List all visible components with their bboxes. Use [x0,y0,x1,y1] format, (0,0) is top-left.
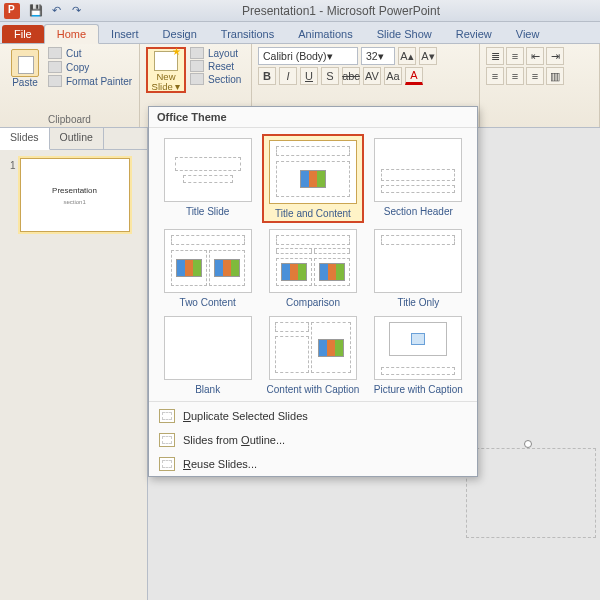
reset-icon [190,60,204,72]
layout-thumb [269,316,357,380]
layout-label: Title Slide [159,206,256,217]
resize-handle[interactable] [524,440,532,448]
char-spacing-button[interactable]: AV [363,67,381,85]
layout-title-only[interactable]: Title Only [368,225,469,310]
layout-button[interactable]: Layout [190,47,241,59]
font-name-combo[interactable]: Calibri (Body) ▾ [258,47,358,65]
layout-content-with-caption[interactable]: Content with Caption [262,312,363,397]
copy-button[interactable]: Copy [48,61,132,73]
layout-title-slide[interactable]: Title Slide [157,134,258,223]
copy-icon [48,61,62,73]
quick-access-toolbar: 💾 ↶ ↷ Presentation1 - Microsoft PowerPoi… [0,0,600,22]
layout-thumb [269,229,357,293]
window-title: Presentation1 - Microsoft PowerPoint [86,4,596,18]
layout-thumb [164,138,252,202]
reset-button[interactable]: Reset [190,60,241,72]
content-icon [319,263,345,281]
layout-label: Section Header [370,206,467,217]
cmd-label: Duplicate Selected Slides [183,410,308,422]
layout-thumb [269,140,357,204]
tab-slideshow[interactable]: Slide Show [365,25,444,43]
group-paragraph: ≣ ≡ ⇤ ⇥ ≡ ≡ ≡ ▥ [480,44,600,127]
grow-font-button[interactable]: A▴ [398,47,416,65]
dropdown-header: Office Theme [149,107,477,128]
qat-save-icon[interactable]: 💾 [26,2,46,20]
tab-animations[interactable]: Animations [286,25,364,43]
new-slide-dropdown: Office Theme Title Slide Title and Conte… [148,106,478,477]
content-icon [176,259,202,277]
layout-gallery: Title Slide Title and Content Section He… [149,128,477,399]
layout-comparison[interactable]: Comparison [262,225,363,310]
slide-thumb-sub: section1 [63,199,85,205]
slides-pane: Slides Outline 1 Presentation section1 [0,128,148,600]
duplicate-icon [159,409,175,423]
group-clipboard: Paste Cut Copy Format Painter Clipboard [0,44,140,127]
layout-thumb [374,316,462,380]
new-slide-button[interactable]: New Slide ▾ [146,47,186,93]
layout-label: Title and Content [266,208,359,219]
layout-thumb [374,229,462,293]
layout-blank[interactable]: Blank [157,312,258,397]
layout-label: Comparison [264,297,361,308]
layout-thumb [164,316,252,380]
italic-button[interactable]: I [279,67,297,85]
font-size-combo[interactable]: 32 ▾ [361,47,395,65]
cmd-slides-from-outline[interactable]: Slides from Outline... [149,428,477,452]
bold-button[interactable]: B [258,67,276,85]
tab-home[interactable]: Home [44,24,99,44]
layout-title-and-content[interactable]: Title and Content [262,134,363,223]
format-painter-label: Format Painter [66,76,132,87]
font-name-value: Calibri (Body) [263,50,327,62]
qat-redo-icon[interactable]: ↷ [66,2,86,20]
pane-tab-outline[interactable]: Outline [50,128,104,149]
layout-label: Content with Caption [264,384,361,395]
bullets-button[interactable]: ≣ [486,47,504,65]
align-center-button[interactable]: ≡ [506,67,524,85]
picture-icon [411,333,425,345]
reuse-icon [159,457,175,471]
layout-picture-with-caption[interactable]: Picture with Caption [368,312,469,397]
indent-inc-button[interactable]: ⇥ [546,47,564,65]
tab-design[interactable]: Design [151,25,209,43]
tab-file[interactable]: File [2,25,44,43]
shadow-button[interactable]: S [321,67,339,85]
tab-transitions[interactable]: Transitions [209,25,286,43]
slide-thumbnail[interactable]: 1 Presentation section1 [10,158,137,232]
layout-label: Two Content [159,297,256,308]
font-color-button[interactable]: A [405,67,423,85]
tab-view[interactable]: View [504,25,552,43]
new-slide-label: New Slide ▾ [148,72,184,91]
layout-two-content[interactable]: Two Content [157,225,258,310]
qat-undo-icon[interactable]: ↶ [46,2,66,20]
cut-button[interactable]: Cut [48,47,132,59]
pane-tab-slides[interactable]: Slides [0,128,50,150]
shrink-font-button[interactable]: A▾ [419,47,437,65]
content-icon [214,259,240,277]
slide-placeholder[interactable] [466,448,596,538]
cmd-reuse-slides[interactable]: Reuse Slides... [149,452,477,476]
numbering-button[interactable]: ≡ [506,47,524,65]
content-icon [281,263,307,281]
strike-button[interactable]: abc [342,67,360,85]
align-right-button[interactable]: ≡ [526,67,544,85]
indent-dec-button[interactable]: ⇤ [526,47,544,65]
slide-number: 1 [10,160,16,171]
format-painter-button[interactable]: Format Painter [48,75,132,87]
cmd-duplicate-slides[interactable]: Duplicate Selected Slides [149,404,477,428]
align-left-button[interactable]: ≡ [486,67,504,85]
cut-icon [48,47,62,59]
layout-label: Picture with Caption [370,384,467,395]
tab-insert[interactable]: Insert [99,25,151,43]
tab-review[interactable]: Review [444,25,504,43]
layout-thumb [374,138,462,202]
columns-button[interactable]: ▥ [546,67,564,85]
section-button[interactable]: Section [190,73,241,85]
section-icon [190,73,204,85]
paste-button[interactable]: Paste [6,47,44,88]
underline-button[interactable]: U [300,67,318,85]
layout-section-header[interactable]: Section Header [368,134,469,223]
layout-icon [190,47,204,59]
format-painter-icon [48,75,62,87]
change-case-button[interactable]: Aa [384,67,402,85]
paste-icon [11,49,39,77]
